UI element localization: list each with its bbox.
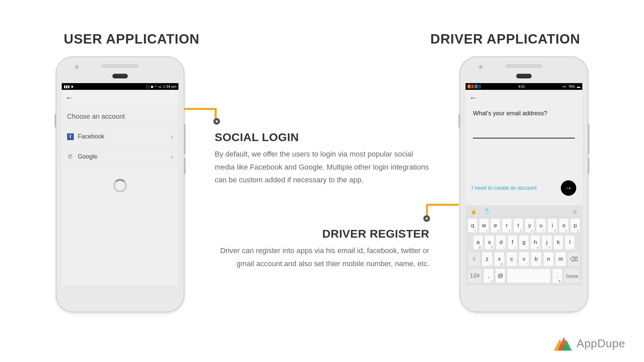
key-r[interactable]: r4	[502, 218, 512, 233]
emoji-icon[interactable]: ☺	[572, 209, 578, 215]
comma-key[interactable]: ,a	[483, 268, 494, 283]
app-bar: ←	[466, 90, 582, 106]
login-option-label: Facebook	[78, 133, 104, 140]
key-sublabel: 8	[554, 229, 556, 232]
key-d[interactable]: d(	[496, 235, 506, 250]
phone-sensor-pill	[112, 74, 128, 78]
period-key[interactable]: .❀	[552, 268, 562, 283]
key-sublabel: (	[503, 246, 504, 249]
key-sublabel: #	[549, 246, 550, 249]
key-a[interactable]: a@	[473, 235, 483, 250]
mode-switch-key[interactable]: 12#	[468, 268, 482, 283]
soft-keyboard: ☝ 👕 ☺ q1w2e3r4t5y6u7i8o9p0 a@s$d(f)g/h&j…	[466, 205, 582, 286]
backspace-icon: ⌫	[570, 256, 578, 263]
tshirt-icon[interactable]: 👕	[484, 208, 490, 215]
login-option-facebook[interactable]: f Facebook ›	[62, 127, 178, 147]
wifi-icon: ⌔	[155, 84, 157, 88]
at-key[interactable]: @	[495, 268, 505, 283]
status-bar: ▮▮▮ ■ ▢ ◆ ⌔ ▭ 1:34 pm	[62, 83, 178, 90]
key-k[interactable]: k.	[553, 235, 564, 250]
next-button[interactable]: →	[561, 180, 576, 196]
phone-side-button	[459, 114, 460, 127]
key-h[interactable]: h&	[530, 235, 540, 250]
touch-icon[interactable]: ☝	[470, 208, 477, 215]
driver-phone-screen: 4:01 HD 78% ▬ ← What's your email addres…	[466, 83, 582, 286]
key-sublabel: !	[490, 262, 491, 266]
status-chip-icon	[475, 84, 478, 88]
key-z[interactable]: z!	[482, 252, 493, 266]
status-chip-icon	[471, 84, 474, 88]
key-sublabel: 9	[566, 229, 567, 232]
phone-side-button	[588, 124, 589, 154]
email-input[interactable]	[473, 129, 575, 138]
phone-camera-icon	[479, 65, 483, 69]
back-button[interactable]: ←	[470, 94, 477, 102]
key-l[interactable]: l,	[565, 235, 575, 250]
key-sublabel: ?	[526, 262, 528, 266]
phone-side-button	[184, 158, 185, 174]
chevron-right-icon: ›	[171, 133, 173, 140]
key-w[interactable]: w2	[479, 218, 489, 233]
key-u[interactable]: u7	[536, 218, 546, 233]
keyboard-row-2: a@s$d(f)g/h&j#k.l,	[467, 234, 581, 251]
login-option-label: Google	[78, 153, 97, 160]
key-i[interactable]: i8	[547, 218, 557, 233]
key-sublabel: 2	[486, 229, 487, 232]
brand-mark-icon	[554, 336, 572, 351]
keyboard-row-4: 12# ,a @ .❀ Done	[467, 267, 581, 284]
shift-key[interactable]: ⇧	[468, 252, 480, 266]
user-phone-frame: ▮▮▮ ■ ▢ ◆ ⌔ ▭ 1:34 pm ← Choose an accoun…	[56, 57, 184, 312]
phone-camera-icon	[75, 65, 79, 69]
key-m[interactable]: m	[555, 252, 566, 266]
key-sublabel: @	[500, 262, 503, 266]
phone-side-button	[55, 114, 56, 127]
key-o[interactable]: o9	[559, 218, 569, 233]
login-option-google[interactable]: G Google ›	[62, 147, 178, 167]
space-key[interactable]	[507, 268, 551, 283]
key-j[interactable]: j#	[542, 235, 552, 250]
key-y[interactable]: y6	[525, 218, 535, 233]
key-sublabel: 5	[520, 229, 522, 232]
key-p[interactable]: p0	[570, 218, 580, 233]
key-f[interactable]: f)	[507, 235, 518, 250]
key-n[interactable]: n	[543, 252, 554, 266]
key-g[interactable]: g/	[519, 235, 529, 250]
google-icon: G	[67, 154, 74, 160]
callout-body: By default, we offer the users to login …	[215, 148, 429, 187]
callout-anchor-icon	[213, 118, 220, 125]
key-c[interactable]: c:	[506, 252, 517, 266]
key-sublabel: 1	[474, 229, 476, 232]
key-s[interactable]: s$	[484, 235, 494, 250]
cast-icon: ▢	[146, 84, 149, 89]
key-sublabel: $	[491, 246, 493, 249]
create-account-link[interactable]: I need to create an account	[472, 185, 537, 191]
keyboard-row-3: ⇧ z!x@c:v?bnm ⌫	[467, 251, 581, 267]
callout-anchor-icon	[423, 215, 430, 222]
key-sublabel: &	[537, 246, 539, 249]
status-chip-icon	[468, 84, 471, 88]
key-e[interactable]: e3	[490, 218, 500, 233]
callout-connector	[426, 204, 459, 218]
key-sublabel: 4	[508, 229, 510, 232]
phone-speaker	[102, 64, 139, 68]
backspace-key[interactable]: ⌫	[568, 252, 580, 266]
keyboard-row-1: q1w2e3r4t5y6u7i8o9p0	[467, 217, 581, 234]
callout-social-login: SOCIAL LOGIN By default, we offer the us…	[215, 131, 429, 187]
key-sublabel: /	[527, 246, 528, 249]
callout-connector	[184, 108, 217, 121]
phone-side-button	[588, 158, 589, 174]
arrow-right-icon: →	[565, 184, 572, 192]
key-sublabel: @	[478, 246, 481, 249]
key-x[interactable]: x@	[494, 252, 505, 266]
done-key[interactable]: Done	[564, 268, 580, 283]
email-prompt-label: What's your email address?	[466, 106, 582, 117]
phone-speaker	[505, 64, 542, 68]
phone-side-button	[184, 124, 185, 154]
key-b[interactable]: b	[531, 252, 542, 266]
volte-icon: HD	[562, 85, 566, 88]
back-button[interactable]: ←	[66, 94, 73, 102]
key-t[interactable]: t5	[513, 218, 523, 233]
key-v[interactable]: v?	[519, 252, 530, 266]
keyboard-toolbar: ☝ 👕 ☺	[467, 206, 581, 217]
key-q[interactable]: q1	[468, 218, 478, 233]
